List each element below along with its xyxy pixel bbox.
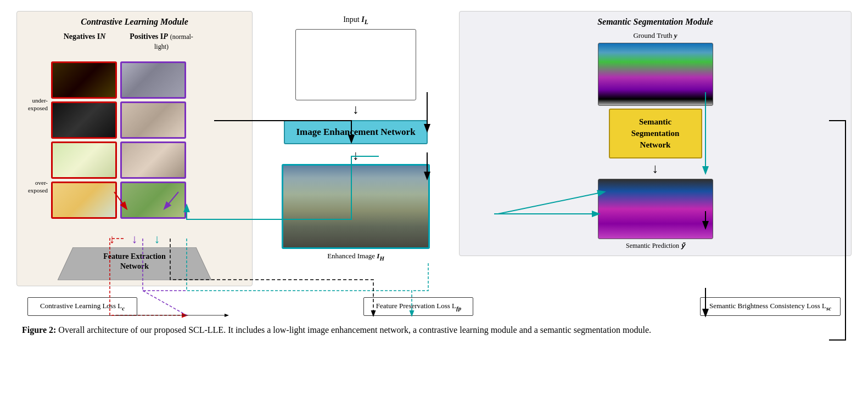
diagram-wrapper: Contrastive Learning Module Negatives IN…	[16, 11, 852, 318]
cl-module: Contrastive Learning Module Negatives IN…	[16, 11, 253, 286]
seg-module: Semantic Segmentation Module Ground Trut…	[459, 11, 852, 256]
gt-image	[598, 43, 713, 106]
neg-img-4	[51, 182, 117, 219]
arrow-purple: ↓	[132, 232, 138, 246]
arrow-red: ↓	[109, 232, 115, 246]
arrow-teal: ↓	[154, 232, 160, 246]
pos-images	[120, 61, 186, 219]
neg-header: Negatives IN	[49, 31, 120, 51]
seg-module-title: Semantic Segmentation Module	[466, 17, 844, 27]
feat-ext-area: ↓ ↓ ↓ Feature ExtractionNetwork	[24, 232, 245, 280]
ien-box: Image Enhancement Network	[284, 120, 427, 144]
arrow-to-ien: ↓	[352, 103, 359, 116]
trapezoid-container: Feature ExtractionNetwork	[58, 247, 211, 280]
pos-header: Positives IP (normal-light)	[126, 31, 197, 51]
ssn-box: SemanticSegmentationNetwork	[609, 109, 702, 158]
pos-img-4	[120, 182, 186, 219]
full-diagram: Contrastive Learning Module Negatives IN…	[16, 11, 852, 286]
enhanced-label: Enhanced Image IH	[327, 252, 384, 262]
sbc-loss-box: Semantic Brightness Consistency Loss Lsc	[700, 297, 841, 316]
fp-loss-box: Feature Preservation Loss Lfp	[363, 297, 473, 316]
input-label: Input IL	[343, 15, 368, 26]
pos-sub: P	[163, 32, 168, 41]
cl-loss-box: Contrastive Learning Loss Lc	[27, 297, 137, 316]
sbc-loss-label: Semantic Brightness Consistency Loss L	[709, 302, 826, 310]
gt-label: Ground Truth y	[633, 31, 677, 40]
pred-image	[598, 179, 713, 239]
pos-img-3	[120, 141, 186, 179]
caption-label: Figure 2:	[22, 325, 56, 335]
loss-row: Contrastive Learning Loss Lc Feature Pre…	[16, 294, 852, 318]
pos-img-1	[120, 61, 186, 99]
neg-img-3	[51, 141, 117, 179]
cl-loss-label: Contrastive Learning Loss L	[40, 302, 122, 310]
fp-loss-label: Feature Preservation Loss L	[376, 302, 456, 310]
arrow-from-ien: ↓	[352, 149, 359, 162]
caption-text: Overall architecture of our proposed SCL…	[56, 325, 651, 335]
pos-label: Positives I	[130, 32, 163, 41]
sbc-loss-sub: sc	[826, 305, 831, 311]
feat-arrows: ↓ ↓ ↓	[109, 232, 160, 246]
neg-img-1	[51, 61, 117, 99]
enhanced-image	[282, 164, 430, 249]
cl-loss-sub: c	[122, 305, 125, 311]
cl-module-title: Contrastive Learning Module	[24, 17, 245, 27]
input-image	[295, 29, 416, 100]
center-module: Input IL ↓ Image Enhancement Network ↓ E…	[257, 11, 455, 261]
feat-ext-label: Feature ExtractionNetwork	[58, 252, 211, 271]
neg-img-2	[51, 101, 117, 139]
under-exposed-label: under-exposed	[24, 63, 48, 145]
figure-caption: Figure 2: Overall architecture of our pr…	[16, 324, 852, 337]
exposure-labels: under-exposed over-exposed	[24, 52, 48, 228]
pos-img-2	[120, 101, 186, 139]
pred-label: Semantic Prediction ỹ	[626, 242, 685, 250]
neg-images	[51, 61, 117, 219]
seg-content: Ground Truth y SemanticSegmentationNetwo…	[466, 31, 844, 250]
over-exposed-label: over-exposed	[24, 145, 48, 228]
neg-label: Negatives I	[64, 32, 100, 41]
fp-loss-sub: fp	[456, 305, 461, 311]
neg-sub: N	[100, 32, 105, 41]
images-row: under-exposed over-exposed	[24, 52, 245, 228]
main-container: Contrastive Learning Module Negatives IN…	[0, 0, 868, 348]
arrow-to-pred: ↓	[652, 161, 659, 176]
